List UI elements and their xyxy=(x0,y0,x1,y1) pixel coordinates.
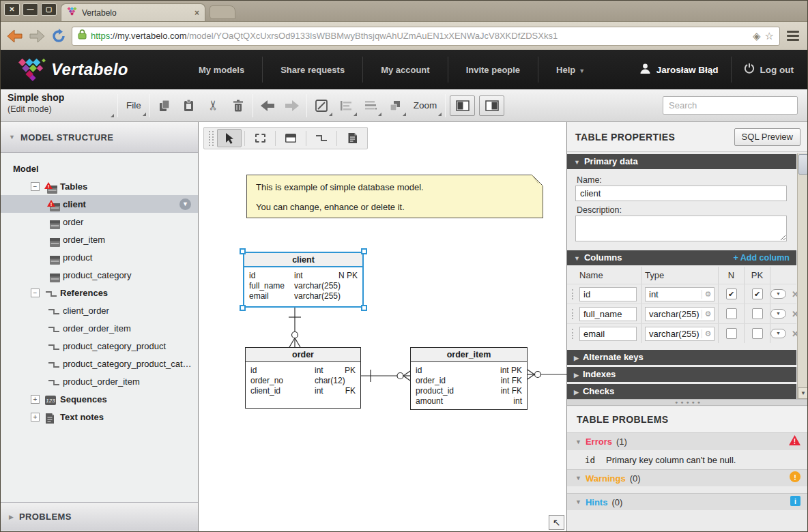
column-more-button[interactable]: ▼ xyxy=(770,309,786,319)
expand-box-icon[interactable]: + xyxy=(31,395,40,404)
reader-mode-icon[interactable]: ◈ xyxy=(753,30,761,42)
align-button[interactable] xyxy=(334,93,358,118)
tree-node-model[interactable]: Model xyxy=(1,160,198,177)
browser-menu-button[interactable] xyxy=(784,31,802,41)
tree-node-client-order[interactable]: client_order xyxy=(1,301,198,319)
scrollbar-thumb[interactable] xyxy=(798,154,808,175)
distribute-button[interactable] xyxy=(358,93,383,118)
collapse-box-icon[interactable]: − xyxy=(31,289,40,297)
hints-section-header[interactable]: ▼ Hints (0) i xyxy=(567,493,808,510)
address-bar[interactable]: https://my.vertabelo.com/model/YOaQtQXcU… xyxy=(72,27,780,46)
nullable-checkbox[interactable]: ✔ xyxy=(726,289,737,299)
pk-checkbox[interactable]: ✔ xyxy=(752,289,763,299)
nav-help[interactable]: Help▼ xyxy=(538,65,603,75)
column-name-input[interactable] xyxy=(579,287,637,301)
tree-node-product-category[interactable]: product_category xyxy=(1,266,198,284)
table-name-input[interactable] xyxy=(575,186,787,201)
entity-client[interactable]: client idintN PK full_namevarchar(255) e… xyxy=(243,252,364,308)
panel-scrollbar[interactable]: ▼ xyxy=(797,153,808,399)
reload-button[interactable] xyxy=(50,27,68,45)
problems-panel-header[interactable]: ▶ PROBLEMS xyxy=(1,502,198,531)
expand-box-icon[interactable]: + xyxy=(31,413,40,422)
nav-share-requests[interactable]: Share requests xyxy=(263,65,362,75)
tree-node-product-order-item[interactable]: product_order_item xyxy=(1,372,198,390)
item-menu-chevron-icon[interactable]: ▼ xyxy=(179,198,191,210)
drag-handle[interactable] xyxy=(572,329,575,339)
model-title-menu[interactable]: Simple shop (Edit mode) xyxy=(1,92,115,119)
user-name[interactable]: Jarosław Błąd xyxy=(656,65,719,75)
gear-icon[interactable]: ⚙ xyxy=(702,310,714,319)
column-name-input[interactable] xyxy=(579,307,637,321)
column-type-input[interactable]: int⚙ xyxy=(645,287,715,301)
tree-node-tables[interactable]: − ! Tables xyxy=(1,177,198,195)
section-checks[interactable]: ▶Checks xyxy=(567,384,796,399)
tree-node-order[interactable]: order xyxy=(1,213,198,231)
resize-handle[interactable] xyxy=(240,248,246,254)
window-minimize-button[interactable]: — xyxy=(23,3,38,16)
gear-icon[interactable]: ⚙ xyxy=(702,329,714,338)
add-column-link[interactable]: + Add column xyxy=(733,250,790,265)
tree-node-sequences[interactable]: + 123 Sequences xyxy=(1,390,198,408)
bring-to-front-button[interactable] xyxy=(383,93,407,118)
scroll-to-content-button[interactable]: ↖ xyxy=(549,515,564,530)
bookmark-star-icon[interactable]: ☆ xyxy=(765,30,774,42)
window-close-button[interactable]: ✕ xyxy=(4,3,20,16)
pk-checkbox[interactable] xyxy=(752,308,763,319)
column-more-button[interactable]: ▼ xyxy=(770,329,786,338)
section-primary-data[interactable]: ▼Primary data xyxy=(567,154,796,169)
warnings-section-header[interactable]: ▼ Warnings (0) ! xyxy=(567,469,808,486)
tree-node-product-category-product-cat[interactable]: product_category_product_cat… xyxy=(1,355,198,372)
tree-node-client[interactable]: ! client ▼ xyxy=(1,195,198,213)
entity-order-item[interactable]: order_item idint PK order_idint FK produ… xyxy=(410,347,528,410)
undo-button[interactable] xyxy=(255,93,280,118)
pk-checkbox[interactable] xyxy=(752,328,763,339)
tree-node-text-notes[interactable]: + Text notes xyxy=(1,408,198,426)
copy-button[interactable] xyxy=(152,93,177,118)
collapse-box-icon[interactable]: − xyxy=(31,182,40,191)
tab-close-icon[interactable]: × xyxy=(194,8,199,18)
error-message-row[interactable]: id Primary key column can't be null. xyxy=(567,450,808,469)
section-indexes[interactable]: ▶Indexes xyxy=(567,367,796,382)
browser-tab[interactable]: Vertabelo × xyxy=(61,3,205,21)
model-structure-header[interactable]: ▼ MODEL STRUCTURE xyxy=(1,122,198,153)
tree-node-references[interactable]: − References xyxy=(1,284,198,301)
new-tab-button[interactable] xyxy=(210,5,235,19)
window-maximize-button[interactable]: ▢ xyxy=(41,3,57,16)
entity-order[interactable]: order idintPK order_nochar(12) client_id… xyxy=(245,347,361,409)
column-more-button[interactable]: ▼ xyxy=(770,289,786,299)
text-note[interactable]: This is example of simple database model… xyxy=(246,175,543,218)
tree-node-product[interactable]: product xyxy=(1,248,198,266)
resize-handle[interactable] xyxy=(240,305,246,311)
forward-button[interactable] xyxy=(28,27,46,45)
sql-preview-button[interactable]: SQL Preview xyxy=(734,128,800,146)
paste-button[interactable] xyxy=(177,93,201,118)
nav-my-models[interactable]: My models xyxy=(181,65,262,75)
resize-handle[interactable] xyxy=(361,248,367,254)
resize-handle[interactable] xyxy=(361,305,367,311)
delete-button[interactable] xyxy=(226,93,250,118)
table-description-input[interactable] xyxy=(575,216,787,241)
column-type-input[interactable]: varchar(255)⚙ xyxy=(645,327,715,341)
cut-button[interactable]: ✂ xyxy=(201,93,226,118)
section-alternate-keys[interactable]: ▶Alternate keys xyxy=(567,350,796,365)
tree-node-order-order-item[interactable]: order_order_item xyxy=(1,319,198,337)
toggle-right-panel-button[interactable] xyxy=(479,95,504,116)
search-input[interactable] xyxy=(663,96,798,115)
file-menu-button[interactable]: File xyxy=(120,93,147,118)
nav-my-account[interactable]: My account xyxy=(363,65,448,75)
scrollbar-down-button[interactable]: ▼ xyxy=(798,387,808,399)
gear-icon[interactable]: ⚙ xyxy=(702,290,714,299)
redo-button[interactable] xyxy=(280,93,304,118)
vertabelo-logo[interactable]: Vertabelo xyxy=(17,57,154,83)
tree-node-order-item[interactable]: order_item xyxy=(1,231,198,248)
column-name-input[interactable] xyxy=(579,327,637,341)
nullable-checkbox[interactable] xyxy=(726,308,737,319)
nav-invite-people[interactable]: Invite people xyxy=(448,65,538,75)
edit-note-button[interactable] xyxy=(309,93,334,118)
panel-splitter[interactable]: ● ● ● ● ● xyxy=(567,399,808,406)
tree-node-product-category-product[interactable]: product_category_product xyxy=(1,337,198,355)
column-type-input[interactable]: varchar(255)⚙ xyxy=(645,307,715,321)
nullable-checkbox[interactable] xyxy=(726,328,737,339)
errors-section-header[interactable]: ▼ Errors (1) ! xyxy=(567,432,808,450)
drag-handle[interactable] xyxy=(572,309,575,319)
